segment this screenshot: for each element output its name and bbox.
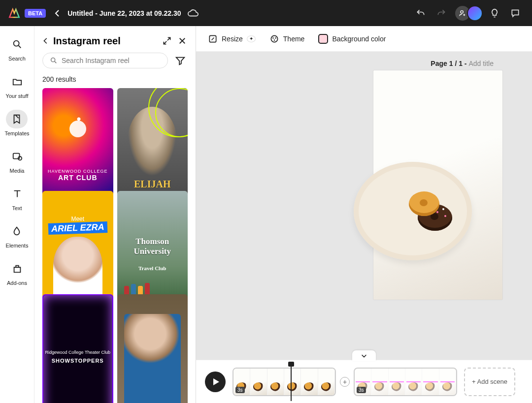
panel-title: Instagram reel [53, 35, 157, 47]
text-icon [12, 188, 23, 199]
canvas-area: Resize ✦ Theme Background color Page 1 /… [196, 26, 532, 403]
tool-search[interactable]: Search [6, 35, 28, 62]
tool-templates[interactable]: Templates [4, 110, 29, 136]
timeline-playhead[interactable] [291, 363, 292, 401]
results-count: 200 results [34, 72, 196, 88]
templates-icon [11, 114, 22, 124]
tool-media[interactable]: Media [6, 147, 28, 174]
app-logo-icon [8, 7, 21, 20]
background-color-button[interactable]: Background color [318, 34, 386, 44]
cloud-sync-icon[interactable] [188, 8, 199, 19]
theme-icon [269, 34, 279, 44]
tool-elements[interactable]: Elements [6, 222, 29, 248]
add-scene-button[interactable]: + Add scene [464, 368, 515, 396]
search-icon [50, 57, 58, 64]
svg-point-11 [271, 35, 277, 42]
svg-point-2 [13, 41, 19, 46]
canvas-toolbar: Resize ✦ Theme Background color [196, 26, 532, 52]
filter-button[interactable] [173, 53, 188, 68]
panel-close-button[interactable] [177, 35, 188, 46]
template-search-input[interactable] [42, 53, 168, 68]
svg-point-14 [274, 39, 275, 41]
tool-text[interactable]: Text [6, 185, 28, 211]
share-avatars[interactable] [455, 5, 483, 21]
scene-duration: 3s [357, 387, 366, 393]
timeline-play-button[interactable] [205, 372, 226, 392]
comments-icon[interactable] [506, 4, 524, 22]
resize-icon [208, 34, 218, 44]
elements-icon [11, 226, 22, 237]
timeline-scene[interactable]: 3s [354, 368, 457, 396]
chevron-down-icon [361, 352, 367, 359]
template-grid: HAVENWOOD COLLEGE ART CLUB ELIJAH JONES … [34, 88, 196, 403]
svg-point-13 [275, 37, 276, 39]
document-title[interactable]: Untitled - June 22, 2023 at 09.22.30 [67, 9, 181, 17]
nav-back-button[interactable] [52, 7, 64, 19]
add-title-link[interactable]: Add title [468, 60, 494, 67]
top-bar: BETA Untitled - June 22, 2023 at 09.22.3… [0, 0, 532, 26]
theme-button[interactable]: Theme [269, 34, 305, 44]
user-avatar[interactable] [467, 5, 483, 21]
panel-back-button[interactable] [42, 37, 49, 44]
svg-point-0 [461, 10, 463, 13]
timeline-collapse-button[interactable] [352, 350, 376, 361]
undo-button[interactable] [412, 4, 430, 22]
search-icon [12, 39, 23, 50]
svg-line-3 [18, 46, 21, 48]
scene-duration: 3s [235, 387, 245, 393]
redo-button [432, 4, 450, 22]
tools-sidebar: Search Your stuff Templates Media Text E… [0, 26, 34, 403]
folder-icon [12, 76, 23, 87]
help-icon[interactable] [486, 4, 503, 22]
panel-expand-button[interactable] [161, 35, 173, 47]
media-icon [12, 151, 23, 162]
color-swatch-icon [318, 34, 328, 44]
timeline-scene[interactable]: 3s [233, 368, 336, 396]
addons-icon [12, 263, 23, 274]
template-card[interactable]: Ridgewood College Theater Club SHOWSTOPP… [42, 294, 113, 403]
canvas-viewport[interactable]: Page 1 / 1 - Add title [196, 52, 532, 360]
premium-icon: ✦ [247, 35, 256, 42]
svg-line-7 [55, 62, 56, 63]
svg-point-6 [51, 58, 55, 62]
page-info[interactable]: Page 1 / 1 - Add title [431, 60, 494, 67]
templates-panel: Instagram reel 200 results HAVENWOOD COL… [34, 26, 196, 403]
template-card[interactable] [117, 294, 188, 403]
resize-button[interactable]: Resize ✦ [208, 34, 256, 44]
timeline: 3s + 3s + Add scene [196, 360, 532, 403]
tool-addons[interactable]: Add-ons [6, 259, 28, 286]
tool-your-stuff[interactable]: Your stuff [6, 72, 29, 99]
svg-point-12 [272, 37, 274, 39]
beta-badge: BETA [25, 9, 46, 18]
template-search-field[interactable] [62, 57, 161, 64]
add-between-scenes-button[interactable]: + [340, 377, 350, 387]
canvas-page[interactable] [373, 70, 502, 300]
